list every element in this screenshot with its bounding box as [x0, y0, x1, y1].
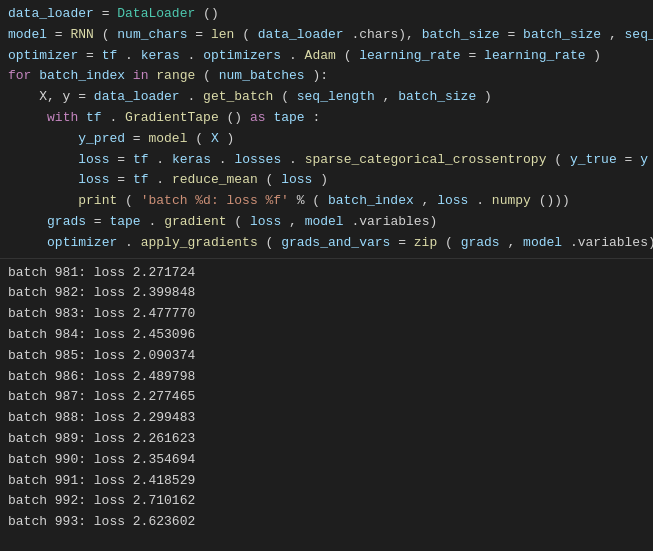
code-token: in: [133, 68, 149, 83]
code-token: y_true: [570, 152, 617, 167]
code-token: =: [507, 27, 515, 42]
code-token: num_chars: [117, 27, 187, 42]
code-token: =: [468, 48, 476, 63]
code-token: =: [117, 152, 133, 167]
code-token: (: [102, 27, 110, 42]
output-line-7: batch 988: loss 2.299483: [8, 408, 645, 429]
code-token: (: [445, 235, 453, 250]
code-line-12: optimizer . apply_gradients ( grads_and_…: [8, 233, 645, 254]
code-token: loss: [437, 193, 468, 208]
output-line-12: batch 993: loss 2.623602: [8, 512, 645, 533]
code-token: .: [289, 48, 297, 63]
output-line-8: batch 989: loss 2.261623: [8, 429, 645, 450]
code-token: .variables): [351, 214, 437, 229]
output-line-6: batch 987: loss 2.277465: [8, 387, 645, 408]
code-token: .: [289, 152, 297, 167]
output-line-13: [8, 533, 645, 551]
code-token: :: [312, 110, 320, 125]
code-token: % (: [297, 193, 320, 208]
code-token: (: [242, 27, 250, 42]
code-line-2: model = RNN ( num_chars = len ( data_loa…: [8, 25, 645, 46]
code-token: .: [156, 152, 164, 167]
code-token: .variables)): [570, 235, 653, 250]
code-token: (: [234, 214, 242, 229]
code-token: DataLoader: [117, 6, 195, 21]
code-token: apply_gradients: [141, 235, 258, 250]
editor-container: data_loader = DataLoader () model = RNN …: [0, 0, 653, 551]
output-line-11: batch 992: loss 2.710162: [8, 491, 645, 512]
code-line-11: grads = tape . gradient ( loss , model .…: [8, 212, 645, 233]
code-token: print: [78, 193, 117, 208]
output-line-3: batch 984: loss 2.453096: [8, 325, 645, 346]
code-token: (: [195, 131, 203, 146]
code-token: ,: [383, 89, 399, 104]
code-token: tape: [109, 214, 140, 229]
code-token: X, y =: [8, 89, 94, 104]
code-token: .: [476, 193, 484, 208]
code-token: [8, 172, 70, 187]
code-token: (): [203, 6, 219, 21]
code-token: (: [344, 48, 352, 63]
code-token: (: [125, 193, 133, 208]
code-token: ): [227, 131, 235, 146]
code-token: model: [148, 131, 187, 146]
code-line-4: for batch_index in range ( num_batches )…: [8, 66, 645, 87]
code-token: ,: [609, 27, 625, 42]
code-token: Adam: [305, 48, 336, 63]
code-line-1: data_loader = DataLoader (): [8, 4, 645, 25]
code-token: seq_length: [625, 27, 653, 42]
code-token: keras: [141, 48, 180, 63]
code-token: loss: [250, 214, 281, 229]
output-line-5: batch 986: loss 2.489798: [8, 367, 645, 388]
code-token: seq_length: [297, 89, 375, 104]
code-token: loss: [281, 172, 312, 187]
code-token: model: [8, 27, 47, 42]
code-token: .: [125, 235, 133, 250]
code-token: with: [47, 110, 78, 125]
code-token: [8, 152, 70, 167]
code-token: (: [266, 235, 274, 250]
code-token: .: [187, 89, 195, 104]
code-token: .: [109, 110, 117, 125]
code-token: tf: [102, 48, 118, 63]
code-token: =: [117, 172, 133, 187]
code-token: data_loader: [258, 27, 344, 42]
code-line-8: loss = tf . keras . losses . sparse_cate…: [8, 150, 645, 171]
code-token: (: [281, 89, 289, 104]
code-token: ,: [289, 214, 305, 229]
code-token: batch_size: [523, 27, 601, 42]
code-token: ,: [507, 235, 523, 250]
code-line-6: with tf . GradientTape () as tape :: [8, 108, 645, 129]
code-token: losses: [234, 152, 281, 167]
code-token: =: [625, 152, 633, 167]
code-token: data_loader: [8, 6, 94, 21]
code-token: ):: [312, 68, 328, 83]
code-token: learning_rate: [484, 48, 585, 63]
code-token: for: [8, 68, 31, 83]
code-token: (): [227, 110, 250, 125]
code-token: tf: [133, 152, 149, 167]
code-token: grads: [47, 214, 86, 229]
code-section: data_loader = DataLoader () model = RNN …: [0, 0, 653, 259]
code-line-7: y_pred = model ( X ): [8, 129, 645, 150]
code-token: (: [203, 68, 211, 83]
code-token: zip: [414, 235, 437, 250]
code-token: RNN: [70, 27, 93, 42]
code-line-5: X, y = data_loader . get_batch ( seq_len…: [8, 87, 645, 108]
code-token: ): [484, 89, 492, 104]
output-line-0: batch 981: loss 2.271724: [8, 263, 645, 284]
code-token: GradientTape: [125, 110, 219, 125]
code-token: =: [133, 131, 149, 146]
code-token: y_pred: [78, 131, 125, 146]
code-token: sparse_categorical_crossentropy: [305, 152, 547, 167]
code-token: =: [86, 48, 102, 63]
code-line-3: optimizer = tf . keras . optimizers . Ad…: [8, 46, 645, 67]
code-token: ): [320, 172, 328, 187]
code-token: .: [149, 214, 157, 229]
code-token: model: [523, 235, 562, 250]
code-token: optimizers: [203, 48, 281, 63]
code-token: tf: [86, 110, 102, 125]
output-line-2: batch 983: loss 2.477770: [8, 304, 645, 325]
code-token: reduce_mean: [172, 172, 258, 187]
code-token: as: [250, 110, 266, 125]
